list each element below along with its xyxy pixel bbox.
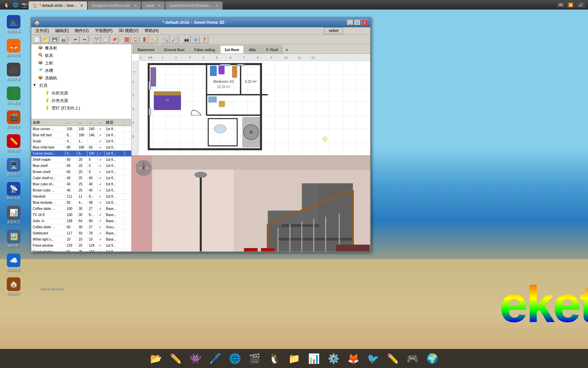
menu-object[interactable]: 物件(U)	[72, 27, 92, 34]
tab-roof[interactable]: ⊙ Roof	[261, 45, 282, 53]
tab-ground[interactable]: Ground floor	[160, 45, 189, 53]
browser-tab-veket[interactable]: veket ✕	[142, 1, 165, 10]
tree-item-chuiju[interactable]: 🍳 炊具	[31, 52, 131, 59]
tree-item-light3[interactable]: 💡 壁灯 (灯光向上)	[31, 104, 131, 112]
veket-tab[interactable]: veket	[324, 27, 343, 34]
table-row[interactable]: Scale 4... 1... ✓ 1st fl...	[31, 138, 131, 144]
close-button[interactable]: ✕	[361, 20, 368, 25]
tree-item-dishwasher[interactable]: 📦 洗碗机	[31, 74, 131, 82]
tree-item-light2[interactable]: 💡 白色光源	[31, 97, 131, 104]
table-row[interactable]: Blue child bed 80 180 56 ✓ 1st fl...	[31, 144, 131, 151]
desktop-icon-music[interactable]: 🎵 音乐播放	[1, 85, 26, 106]
toolbar-print[interactable]: 🖨️	[59, 36, 67, 43]
col-name[interactable]: 名称	[31, 119, 65, 126]
volume-icon[interactable]: 🔊	[576, 2, 585, 8]
table-row[interactable]: Sofa -4- 199 84 80 ✓ Base...	[31, 218, 131, 224]
taskbar-fox[interactable]: 🦊	[344, 350, 362, 367]
desktop-icon-editor[interactable]: ✏️ 高级编辑	[1, 133, 26, 154]
table-row[interactable]: White light s... 10 10 10 ✓ Base...	[31, 236, 131, 243]
desktop-icon-firefox[interactable]: 🦊 狐火浏览	[1, 37, 26, 59]
table-row[interactable]: Coffee table ... 60 30 27 ✓ Grou...	[31, 224, 131, 230]
toolbar-help[interactable]: ❓	[200, 36, 208, 43]
table-row[interactable]: Sideboard 117 50 78 ✓ Base...	[31, 230, 131, 236]
tree-item-canju[interactable]: 📦 餐具柜	[31, 44, 131, 52]
desktop-icon-cloud[interactable]: ☁️ 天翼云盘	[1, 252, 26, 273]
table-row[interactable]: Shelf maple 60 20 5 ✓ 1st fl...	[31, 157, 131, 163]
tree-item-light1[interactable]: 💡 白炽光源	[31, 89, 131, 97]
table-row[interactable]: Cube shelf m... 40 25 40 ✓ 1st fl...	[31, 175, 131, 181]
col-v[interactable]: ...	[98, 119, 104, 126]
browser-tab-viewer[interactable]: SweetHome3DJSViewe... ✕	[165, 1, 223, 10]
globe-icon[interactable]: 🌐	[12, 1, 19, 9]
taskbar-recorder[interactable]: 🎬	[246, 350, 263, 367]
table-row[interactable]: Blue cube sh... 40 25 40 ✓ 1st fl...	[31, 181, 131, 187]
desktop-icon-design[interactable]: 🏠 装饰设计	[1, 276, 26, 297]
table-row[interactable]: Brown shelf 60 20 5 ✓ 1st fl...	[31, 169, 131, 175]
desktop-icon-recorder[interactable]: 🎥 屏幕录像	[1, 61, 26, 82]
tab-close-recorder[interactable]: ✕	[134, 4, 137, 7]
tab-basement[interactable]: Basement	[133, 45, 159, 53]
toolbar-door[interactable]: 🚪	[140, 36, 148, 43]
toolbar-paste[interactable]: 📌	[110, 36, 118, 43]
tree-item-shuicao[interactable]: 🚿 水槽	[31, 67, 131, 74]
taskbar-files[interactable]: 📂	[147, 350, 165, 367]
compass-3d[interactable]	[135, 159, 152, 177]
floorplan-view[interactable]: -1 0米 1 2 3 4 5 6 7 8 9 10 11 12	[132, 54, 370, 156]
toolbar-undo[interactable]: ↩	[71, 36, 80, 43]
taskbar-pencil[interactable]: ✏️	[384, 350, 402, 367]
menu-floorplan[interactable]: 平面图(P)	[92, 27, 115, 34]
taskbar-pen[interactable]: 🖊️	[206, 350, 224, 367]
maximize-button[interactable]: □	[354, 20, 360, 25]
desktop-icon-video[interactable]: 🎬 影音转换	[1, 109, 26, 130]
toolbar-zoom-in[interactable]: 🔍	[161, 36, 169, 43]
menu-edit[interactable]: 编辑(E)	[52, 27, 71, 34]
table-row[interactable]: Fixed window 229 25 134 ✓ 1st fl...	[31, 243, 131, 249]
taskbar-globe[interactable]: 🌐	[226, 350, 244, 367]
taskbar-bird[interactable]: 🐦	[364, 350, 382, 367]
toolbar-stair[interactable]: 📐	[149, 36, 157, 43]
menu-3dview[interactable]: 3D 视图(V)	[116, 27, 142, 34]
taskbar-chart[interactable]: 📊	[305, 350, 323, 367]
toolbar-settings[interactable]: ⚙️	[191, 36, 199, 43]
tab-close-veket[interactable]: ✕	[158, 4, 161, 7]
toolbar-new[interactable]: 📄	[33, 36, 41, 43]
table-row[interactable]: Brown cube ... 40 25 40 ✓ 1st fl...	[31, 187, 131, 194]
tab-close-sweethome[interactable]: ✕	[80, 4, 83, 7]
desktop-icon-desktop[interactable]: 🖥️ 桌面优化	[1, 157, 26, 178]
toolbar-camera[interactable]: 📷	[182, 36, 191, 43]
browser-tab-sweethome[interactable]: 🏠 * default.sh3d – Swe... ✕	[29, 1, 87, 10]
camera-icon[interactable]: 📷	[20, 1, 28, 9]
taskbar-linux[interactable]: 🐧	[265, 350, 283, 367]
desktop-icon-status[interactable]: 📊 桌面状态	[1, 204, 26, 226]
minimize-button[interactable]: _	[347, 20, 353, 25]
table-row[interactable]: Blue bedside... 50 4... 48 ✓ 1st fl...	[31, 200, 131, 206]
toolbar-open[interactable]: 📂	[42, 36, 50, 43]
desktop-icon-wallpaper[interactable]: 🖼️ 换面图	[1, 228, 26, 249]
tab-false-ceiling[interactable]: False ceiling	[190, 45, 219, 53]
taskbar-folder[interactable]: 📁	[285, 350, 303, 367]
table-row[interactable]: Handrail 111 11 8... ✓ 1st fl...	[31, 194, 131, 200]
taskbar-earth[interactable]: 🌍	[423, 350, 441, 367]
network-icon[interactable]: 📶	[566, 2, 575, 8]
toolbar-redo[interactable]: ↪	[80, 36, 88, 43]
toolbar-zoom-out[interactable]: 🔎	[170, 36, 178, 43]
table-row[interactable]: Fixed window 91 25 134 ✓ 1st fl...	[31, 249, 131, 251]
table-row[interactable]: Blue shelf 60 20 5 ✓ 1st fl...	[31, 163, 131, 169]
view3d[interactable]	[132, 156, 370, 251]
taskbar-game2[interactable]: 🎮	[404, 350, 421, 367]
tab-attic[interactable]: Attic	[244, 45, 260, 53]
taskbar-settings[interactable]: ⚙️	[325, 350, 342, 367]
browser-tab-recorder[interactable]: SimpleScreenRecorder ✕	[88, 1, 141, 10]
menu-file[interactable]: 文件(E)	[33, 27, 52, 34]
system-menu-icon[interactable]: 🐧	[3, 1, 10, 9]
col-h[interactable]: ...	[87, 119, 98, 126]
table-row[interactable]: Coffee table ... 100 30 27 ✓ Base...	[31, 206, 131, 212]
col-w[interactable]: ...	[65, 119, 77, 126]
col-d[interactable]: ...	[77, 119, 87, 126]
tree-item-lights-group[interactable]: ▼ 灯具	[31, 82, 131, 89]
toolbar-cut[interactable]: ✂️	[93, 36, 101, 43]
toolbar-room[interactable]: 🏠	[131, 36, 140, 43]
desktop-icon-tv[interactable]: 📺 电视直播	[1, 14, 26, 35]
tree-item-shanggui[interactable]: 📦 上柜	[31, 59, 131, 67]
tab-1st-floor[interactable]: 1st floor	[220, 45, 244, 53]
